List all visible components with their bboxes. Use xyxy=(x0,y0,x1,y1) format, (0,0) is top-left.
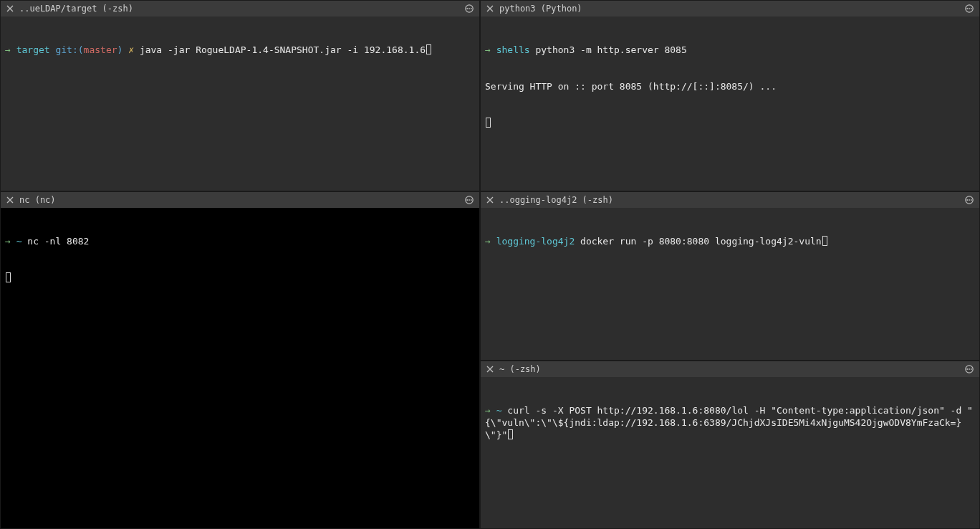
pane-title: python3 (Python) xyxy=(499,4,959,14)
git-dirty-mark: ✗ xyxy=(128,44,134,55)
prompt-dir: target xyxy=(16,44,50,55)
svg-point-13 xyxy=(466,199,468,201)
git-prefix: git:( xyxy=(55,44,83,55)
menu-icon[interactable] xyxy=(964,3,975,14)
command-text: nc -nl 8082 xyxy=(27,236,89,247)
prompt-arrow: → xyxy=(5,44,16,55)
cursor xyxy=(508,429,513,439)
svg-point-2 xyxy=(469,8,470,9)
pane-title: ~ (-zsh) xyxy=(499,364,959,374)
pane-curl[interactable]: ~ (-zsh) → ~ curl -s -X POST http://192.… xyxy=(480,361,980,529)
cursor xyxy=(486,118,491,128)
cursor xyxy=(426,44,431,54)
pane-nc-listener[interactable]: nc (nc) → ~ nc -nl 8082 xyxy=(0,191,480,529)
close-icon[interactable] xyxy=(485,195,495,205)
titlebar: python3 (Python) xyxy=(481,1,979,16)
close-icon[interactable] xyxy=(485,364,495,374)
pane-title: ..ueLDAP/target (-zsh) xyxy=(19,4,459,14)
cursor xyxy=(822,236,827,246)
titlebar: ~ (-zsh) xyxy=(481,361,979,377)
svg-point-9 xyxy=(966,199,968,201)
pane-rogue-ldap[interactable]: ..ueLDAP/target (-zsh) → target git:(mas… xyxy=(0,0,480,191)
pane-python-server[interactable]: python3 (Python) → shells python3 -m htt… xyxy=(480,0,980,191)
prompt-dir: logging-log4j2 xyxy=(496,236,575,247)
titlebar: ..ogging-log4j2 (-zsh) xyxy=(481,192,979,208)
svg-point-5 xyxy=(966,8,968,9)
svg-point-3 xyxy=(471,8,472,9)
command-text: java -jar RogueLDAP-1.4-SNAPSHOT.jar -i … xyxy=(140,44,426,55)
pane-title: ..ogging-log4j2 (-zsh) xyxy=(499,195,959,205)
svg-point-10 xyxy=(969,199,970,201)
prompt-arrow: → xyxy=(485,44,496,55)
pane-docker-log4j[interactable]: ..ogging-log4j2 (-zsh) → logging-log4j2 … xyxy=(480,191,980,361)
svg-point-19 xyxy=(971,368,972,370)
svg-point-1 xyxy=(466,8,468,9)
svg-point-17 xyxy=(966,368,968,370)
command-text: curl -s -X POST http://192.168.1.6:8080/… xyxy=(485,405,973,440)
prompt-dir: shells xyxy=(496,44,530,55)
menu-icon[interactable] xyxy=(463,3,475,14)
close-icon[interactable] xyxy=(485,4,495,14)
terminal-body[interactable]: → shells python3 -m http.server 8085 Ser… xyxy=(481,16,979,191)
git-branch: master xyxy=(84,44,117,55)
titlebar: nc (nc) xyxy=(1,192,479,208)
svg-point-15 xyxy=(471,199,472,201)
terminal-body[interactable]: → ~ nc -nl 8082 xyxy=(1,208,479,528)
svg-point-11 xyxy=(971,199,972,201)
svg-point-18 xyxy=(969,368,970,370)
close-icon[interactable] xyxy=(5,195,15,205)
terminal-body[interactable]: → target git:(master) ✗ java -jar RogueL… xyxy=(1,16,479,191)
titlebar: ..ueLDAP/target (-zsh) xyxy=(1,1,479,16)
svg-point-14 xyxy=(469,199,470,201)
menu-icon[interactable] xyxy=(964,194,975,206)
output-line: Serving HTTP on :: port 8085 (http://[::… xyxy=(485,80,975,92)
prompt-arrow: → xyxy=(5,236,16,247)
command-text: docker run -p 8080:8080 logging-log4j2-v… xyxy=(580,236,822,247)
terminal-body[interactable]: → logging-log4j2 docker run -p 8080:8080… xyxy=(481,208,979,360)
prompt-arrow: → xyxy=(485,236,496,247)
close-icon[interactable] xyxy=(5,4,15,14)
command-text: python3 -m http.server 8085 xyxy=(535,44,686,55)
svg-point-7 xyxy=(971,8,972,9)
menu-icon[interactable] xyxy=(964,363,975,375)
menu-icon[interactable] xyxy=(463,194,475,206)
pane-title: nc (nc) xyxy=(19,195,459,205)
terminal-body[interactable]: → ~ curl -s -X POST http://192.168.1.6:8… xyxy=(481,377,979,528)
cursor xyxy=(6,272,11,282)
prompt-arrow: → xyxy=(485,405,496,416)
svg-point-6 xyxy=(969,8,970,9)
